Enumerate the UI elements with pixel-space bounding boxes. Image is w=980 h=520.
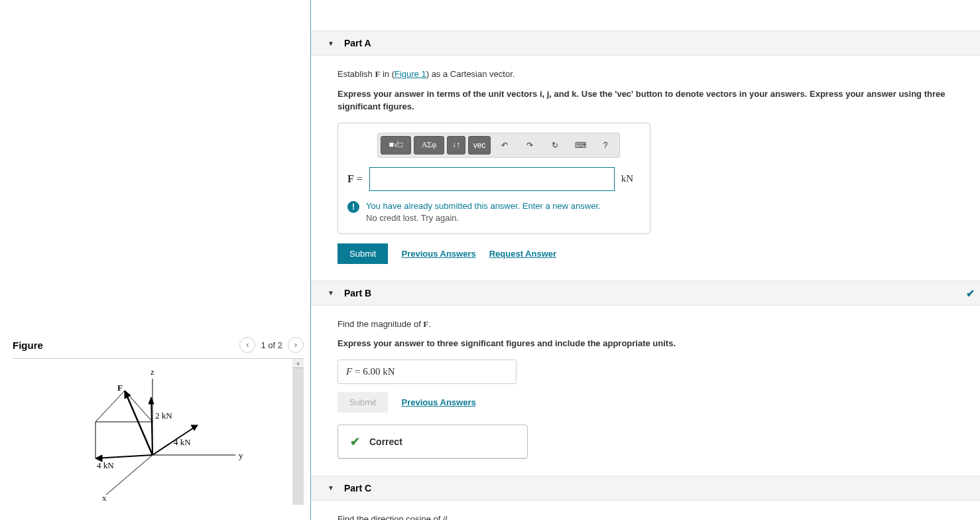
part-b-title: Part B <box>344 288 371 298</box>
check-icon: ✔ <box>966 287 975 299</box>
svg-line-9 <box>125 391 153 455</box>
collapse-icon: ▼ <box>328 40 334 47</box>
previous-answers-link[interactable]: Previous Answers <box>401 397 475 407</box>
request-answer-link[interactable]: Request Answer <box>489 249 556 259</box>
figure-body: z y x F 2 kN 4 kN 4 kN ▲ <box>13 359 304 505</box>
feedback-line1: You have already submitted this answer. … <box>366 200 601 212</box>
instr-symbol: i, j, <box>540 89 552 99</box>
prompt-text: . <box>447 514 450 520</box>
input-row: F = kN <box>347 167 641 191</box>
figure-header: Figure ‹ 1 of 2 › <box>13 337 304 359</box>
correct-feedback: ✔ Correct <box>337 424 528 459</box>
instr-text: Express your answer in terms of the unit… <box>337 89 540 99</box>
axis-x-label: x <box>102 493 107 503</box>
submit-button-disabled: Submit <box>337 392 388 413</box>
figure-link[interactable]: Figure 1 <box>395 69 426 79</box>
vector-2kn-label: 2 kN <box>155 411 172 421</box>
part-b-instruction: Express your answer to three significant… <box>337 337 953 350</box>
axis-y-label: y <box>239 450 243 460</box>
collapse-icon: ▼ <box>328 289 334 296</box>
part-a-title: Part A <box>344 38 371 48</box>
part-b-prompt: Find the magnitude of F. <box>337 318 953 331</box>
input-label-eq: = <box>354 173 363 184</box>
part-b-actions: Submit Previous Answers <box>337 392 953 413</box>
answer-input[interactable] <box>369 167 615 191</box>
collapse-icon: ▼ <box>328 484 334 491</box>
feedback: ! You have already submitted this answer… <box>347 200 641 224</box>
prompt-text: Find the direction cosine of <box>337 514 443 520</box>
axis-z-label: z <box>151 367 154 377</box>
redo-button[interactable]: ↷ <box>519 136 541 155</box>
math-toolbar: ■√□ ΑΣφ ↓↑ vec ↶ ↷ ↻ ⌨ ? <box>377 133 620 158</box>
part-a-instruction: Express your answer in terms of the unit… <box>337 88 953 113</box>
greek-button[interactable]: ΑΣφ <box>414 136 444 155</box>
prompt-text: Establish <box>337 69 375 79</box>
correct-label: Correct <box>369 436 402 447</box>
figure-panel: Figure ‹ 1 of 2 › <box>13 337 304 505</box>
part-a-body: Establish F in (Figure 1) as a Cartesian… <box>311 56 980 281</box>
part-c-header[interactable]: ▼ Part C <box>311 476 980 501</box>
help-button[interactable]: ? <box>594 136 617 155</box>
vector-4kn-y-label: 4 kN <box>174 437 191 447</box>
submit-button[interactable]: Submit <box>337 243 388 264</box>
figure-title: Figure <box>13 340 43 351</box>
svg-line-3 <box>95 455 153 458</box>
input-label: F = <box>347 173 363 185</box>
previous-answers-link[interactable]: Previous Answers <box>401 249 475 259</box>
feedback-line2: No credit lost. Try again. <box>366 212 601 224</box>
left-pane: Figure ‹ 1 of 2 › <box>0 0 311 520</box>
part-a-header[interactable]: ▼ Part A <box>311 31 980 56</box>
vec-button[interactable]: vec <box>468 136 491 155</box>
svg-line-13 <box>95 391 125 422</box>
part-a-prompt: Establish F in (Figure 1) as a Cartesian… <box>337 68 953 81</box>
scroll-up-icon[interactable]: ▲ <box>292 359 304 368</box>
part-a-actions: Submit Previous Answers Request Answer <box>337 243 953 264</box>
part-b-body: Find the magnitude of F. Express your an… <box>311 306 980 476</box>
prompt-text: Find the magnitude of <box>337 319 423 329</box>
subsup-button[interactable]: ↓↑ <box>447 136 465 155</box>
figure-nav: ‹ 1 of 2 › <box>239 337 304 353</box>
reset-button[interactable]: ↻ <box>544 136 566 155</box>
instr-text: and <box>552 89 572 99</box>
input-label-sym: F <box>347 173 354 184</box>
figure-image: z y x F 2 kN 4 kN 4 kN <box>13 359 292 505</box>
part-b-header[interactable]: ▼ Part B ✔ <box>311 281 980 306</box>
part-c-prompt: Find the direction cosine of β. <box>337 513 953 520</box>
svg-marker-8 <box>149 397 154 404</box>
prompt-text: ) as a Cartesian vector. <box>426 69 515 79</box>
right-pane: ▼ Part A Establish F in (Figure 1) as a … <box>311 0 980 520</box>
alert-icon: ! <box>347 201 359 213</box>
answer-box: ■√□ ΑΣφ ↓↑ vec ↶ ↷ ↻ ⌨ ? F = kN ! You ha… <box>337 123 650 234</box>
vector-4kn-x-label: 4 kN <box>97 460 114 470</box>
unit-label: kN <box>621 173 633 184</box>
part-c-body: Find the direction cosine of β. <box>311 501 980 520</box>
part-b-answer: F = 6.00 kN <box>337 359 517 384</box>
part-c-title: Part C <box>344 483 371 493</box>
check-icon: ✔ <box>350 434 360 449</box>
prompt-text: in ( <box>380 69 395 79</box>
vector-F-label: F <box>117 383 123 393</box>
undo-button[interactable]: ↶ <box>493 136 516 155</box>
instr-symbol: k. <box>572 89 579 99</box>
keyboard-button[interactable]: ⌨ <box>569 136 591 155</box>
template-button[interactable]: ■√□ <box>381 136 411 155</box>
figure-next-button[interactable]: › <box>288 337 304 353</box>
prompt-text: . <box>428 319 431 329</box>
figure-page-label: 1 of 2 <box>261 340 282 350</box>
figure-prev-button[interactable]: ‹ <box>239 337 255 353</box>
answer-sym: F <box>346 366 352 377</box>
answer-eq: = <box>352 366 363 377</box>
feedback-text: You have already submitted this answer. … <box>366 200 601 224</box>
answer-val: 6.00 kN <box>363 366 395 377</box>
svg-line-14 <box>125 391 153 422</box>
figure-scrollbar[interactable]: ▲ <box>292 359 304 505</box>
